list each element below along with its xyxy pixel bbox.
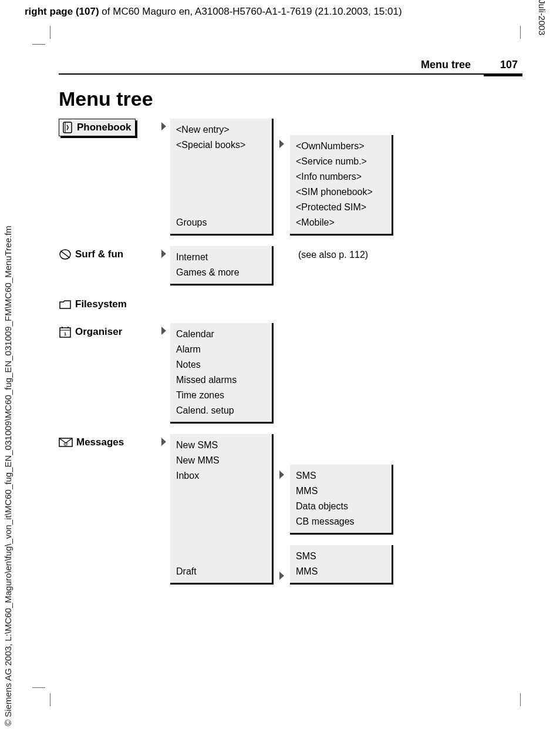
list-item: <Info numbers> <box>296 169 386 184</box>
side-left-text: © Siemens AG 2003, L:\MC60_Maguro\en\fug… <box>3 226 13 726</box>
crop-mark <box>520 26 521 39</box>
doc-header: right page (107) of MC60 Maguro en, A310… <box>25 6 402 18</box>
doc-header-bold: right page (107) <box>25 6 99 17</box>
menu-filesystem-label: Filesystem <box>75 298 127 310</box>
list-item: Inbox <box>176 468 266 483</box>
list-item: <Mobile> <box>296 215 386 230</box>
menu-organiser: 1 Organiser <box>59 323 126 341</box>
running-head: Menu tree 107 <box>59 59 522 75</box>
tree-row-messages: @ Messages New SMS New MMS Inbox Draft <box>59 434 522 585</box>
menu-surf-label: Surf & fun <box>75 249 123 260</box>
phonebook-icon <box>62 122 73 133</box>
list-item: MMS <box>296 564 386 579</box>
arrow-icon <box>157 434 170 447</box>
menu-filesystem: Filesystem <box>59 296 130 313</box>
crop-mark <box>50 693 50 706</box>
svg-marker-1 <box>161 122 166 130</box>
list-item: Internet <box>176 250 266 265</box>
list-item: New MMS <box>176 453 266 468</box>
list-item: CB messages <box>296 514 386 529</box>
menu-phonebook: Phonebook <box>59 119 136 136</box>
crop-mark <box>32 44 45 45</box>
svg-marker-2 <box>279 140 284 148</box>
list-item: SMS <box>296 468 386 483</box>
svg-marker-16 <box>279 572 284 580</box>
svg-marker-15 <box>279 471 284 479</box>
list-item: <Special books> <box>176 137 266 153</box>
list-item: <OwnNumbers> <box>296 139 386 154</box>
list-item: Calendar <box>176 327 266 342</box>
svg-marker-5 <box>161 250 166 258</box>
menu-surf: Surf & fun <box>59 246 127 263</box>
page-content: Menu tree 107 Menu tree Phonebook <New e… <box>59 59 522 595</box>
arrow-icon <box>157 323 170 336</box>
svg-text:1: 1 <box>64 331 67 337</box>
list-item: Calend. setup <box>176 403 266 418</box>
menu-messages-label: Messages <box>76 436 124 448</box>
list-item: <Protected SIM> <box>296 200 386 215</box>
menu-messages: @ Messages <box>59 434 127 451</box>
list-item: SMS <box>296 549 386 564</box>
arrow-icon <box>157 246 170 259</box>
list-item: Time zones <box>176 388 266 403</box>
envelope-icon: @ <box>59 437 73 448</box>
page-title: Menu tree <box>59 88 522 110</box>
folder-icon <box>59 298 72 310</box>
arrow-icon <box>274 568 290 583</box>
menu-tree: Phonebook <New entry> <Special books> Gr… <box>59 119 522 585</box>
list-item: Missed alarms <box>176 372 266 388</box>
svg-marker-14 <box>161 438 166 446</box>
list-item: <SIM phonebook> <box>296 184 386 200</box>
crop-mark <box>32 687 45 688</box>
menu-phonebook-label: Phonebook <box>77 122 131 133</box>
list-item: Draft <box>176 564 266 579</box>
surf-note: (see also p. 112) <box>291 246 368 286</box>
list-item: MMS <box>296 483 386 499</box>
tree-row-organiser: 1 Organiser Calendar Alarm Notes Missed … <box>59 323 522 424</box>
list-item: Games & more <box>176 265 266 280</box>
arrow-icon <box>157 119 170 132</box>
list-item: New SMS <box>176 438 266 453</box>
list-item: Data objects <box>296 499 386 514</box>
crop-mark <box>520 693 521 706</box>
crop-mark <box>50 26 50 39</box>
surf-icon <box>59 249 72 260</box>
arrow-icon <box>274 136 290 152</box>
svg-marker-11 <box>161 327 166 335</box>
svg-text:@: @ <box>63 441 68 446</box>
side-right-text: VAR Language: English; VAR issue date: 1… <box>537 0 547 35</box>
svg-line-4 <box>60 251 70 258</box>
doc-header-rest: of MC60 Maguro en, A31008-H5760-A1-1-761… <box>99 6 402 17</box>
menu-organiser-label: Organiser <box>75 326 122 338</box>
tree-row-surf: Surf & fun Internet Games & more (see al… <box>59 246 522 286</box>
list-item: Groups <box>176 215 266 230</box>
arrow-icon <box>274 467 290 482</box>
tree-row-phonebook: Phonebook <New entry> <Special books> Gr… <box>59 119 522 236</box>
list-item: <New entry> <box>176 122 266 137</box>
list-item: <Service numb.> <box>296 154 386 169</box>
svg-rect-0 <box>63 122 72 133</box>
list-item: Alarm <box>176 342 266 357</box>
running-section: Menu tree <box>421 59 471 71</box>
tree-row-filesystem: Filesystem <box>59 296 522 313</box>
running-page-number: 107 <box>500 59 518 71</box>
calendar-icon: 1 <box>59 325 72 338</box>
list-item: Notes <box>176 357 266 372</box>
